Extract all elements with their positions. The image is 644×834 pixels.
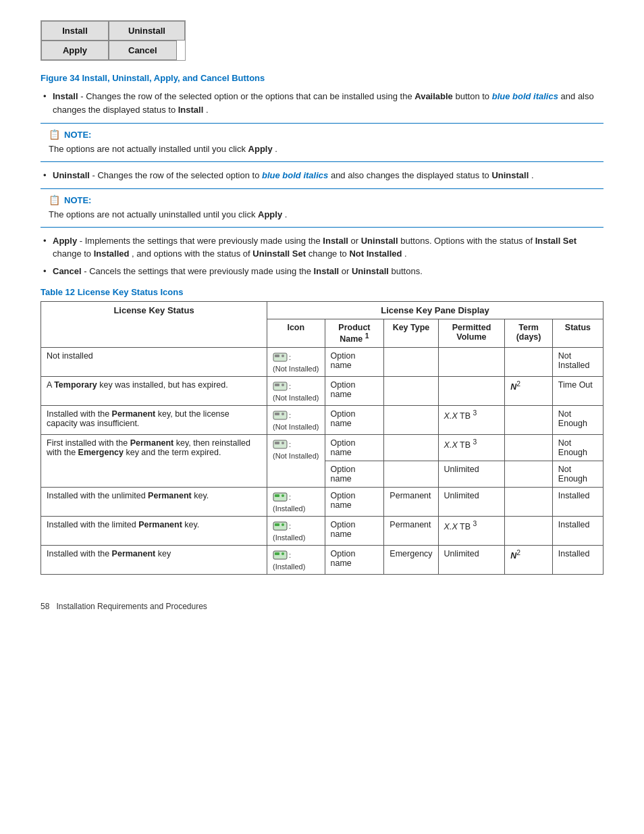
row4b-status: Not Enough bbox=[552, 461, 603, 488]
row6-volume: X.X TB 3 bbox=[438, 517, 505, 546]
svg-rect-4 bbox=[275, 384, 279, 386]
sub-header-keytype: Key Type bbox=[384, 319, 438, 348]
row2-icon: : (Not Installed) bbox=[267, 377, 325, 406]
row4b-keytype bbox=[384, 461, 438, 488]
row5-term bbox=[505, 488, 553, 517]
row7-icon: : (Installed) bbox=[267, 546, 325, 575]
install-text4: . bbox=[206, 105, 209, 115]
row3-product: Option name bbox=[325, 406, 384, 435]
install-button[interactable]: Install bbox=[41, 21, 109, 41]
row1-term bbox=[505, 348, 553, 377]
apply-text7: . bbox=[404, 249, 407, 259]
apply-install-ref: Install bbox=[323, 236, 348, 246]
row6-term bbox=[505, 517, 553, 546]
svg-point-20 bbox=[281, 552, 284, 555]
blue-bold-italics-1: blue bold italics bbox=[492, 91, 558, 101]
note-apply-bold-2: Apply bbox=[258, 209, 282, 219]
apply-label: Apply bbox=[53, 236, 77, 246]
row5-icon: : (Installed) bbox=[267, 488, 325, 517]
blue-bold-italics-2: blue bold italics bbox=[262, 170, 328, 180]
svg-point-8 bbox=[281, 413, 284, 415]
key-icon-2 bbox=[273, 380, 288, 392]
uninstall-button[interactable]: Uninstall bbox=[109, 21, 185, 41]
key-icon-4 bbox=[273, 438, 288, 450]
row5-keytype: Permanent bbox=[384, 488, 438, 517]
svg-point-14 bbox=[281, 494, 284, 497]
row5-status: Installed bbox=[552, 488, 603, 517]
note-header-1: 📋 NOTE: bbox=[49, 129, 595, 140]
row7-status: Installed bbox=[552, 546, 603, 575]
svg-rect-13 bbox=[275, 494, 279, 497]
col-header-pane: License Key Pane Display bbox=[267, 302, 603, 319]
row1-status-desc: Not installed bbox=[41, 348, 267, 377]
key-icon-3 bbox=[273, 409, 288, 421]
note-icon-2: 📋 bbox=[49, 194, 60, 205]
apply-button[interactable]: Apply bbox=[41, 41, 109, 60]
key-icon-6 bbox=[273, 520, 288, 532]
row4-status-desc: First installed with the Permanent key, … bbox=[41, 435, 267, 488]
note-label-2: NOTE: bbox=[64, 195, 91, 205]
row7-status-desc: Installed with the Permanent key bbox=[41, 546, 267, 575]
row2-product: Option name bbox=[325, 377, 384, 406]
row1-keytype bbox=[384, 348, 438, 377]
table-row: Installed with the Permanent key, but th… bbox=[41, 406, 603, 435]
note-text-2: The options are not actually uninstalled… bbox=[49, 208, 595, 221]
table-row: First installed with the Permanent key, … bbox=[41, 435, 603, 461]
apply-text4: change to bbox=[53, 249, 94, 259]
apply-cancel-list: Apply - Implements the settings that wer… bbox=[41, 234, 603, 278]
key-icon-7 bbox=[273, 549, 288, 561]
note-text-1: The options are not actually installed u… bbox=[49, 142, 595, 156]
sub-header-volume: Permitted Volume bbox=[438, 319, 505, 348]
svg-point-2 bbox=[281, 355, 284, 357]
svg-rect-19 bbox=[275, 552, 279, 555]
row1-status: Not Installed bbox=[552, 348, 603, 377]
install-label: Install bbox=[53, 91, 78, 101]
install-status-label: Install bbox=[178, 105, 204, 115]
row1-volume bbox=[438, 348, 505, 377]
row2-status-desc: A Temporary key was installed, but has e… bbox=[41, 377, 267, 406]
row4a-keytype bbox=[384, 435, 438, 461]
cancel-description: Cancel - Cancels the settings that were … bbox=[41, 265, 603, 278]
row2-status: Time Out bbox=[552, 377, 603, 406]
note-icon-1: 📋 bbox=[49, 129, 60, 140]
row4b-product: Option name bbox=[325, 461, 384, 488]
row4-icon: : (Not Installed) bbox=[267, 435, 325, 488]
row4b-volume: Unlimited bbox=[438, 461, 505, 488]
sub-header-status: Status bbox=[552, 319, 603, 348]
install-text2: button to bbox=[455, 91, 491, 101]
page-footer: 58 Installation Requirements and Procedu… bbox=[41, 602, 603, 611]
row6-keytype: Permanent bbox=[384, 517, 438, 546]
apply-text5: , and options with the status of bbox=[132, 249, 252, 259]
sub-header-product: Product Name 1 bbox=[325, 319, 384, 348]
svg-rect-16 bbox=[275, 523, 279, 526]
row1-product: Option name bbox=[325, 348, 384, 377]
key-icon-5 bbox=[273, 491, 288, 503]
table-row: Not installed : (Not Installed) Option n… bbox=[41, 348, 603, 377]
row2-volume bbox=[438, 377, 505, 406]
uninstall-description: Uninstall - Changes the row of the selec… bbox=[41, 169, 603, 182]
row4b-term bbox=[505, 461, 553, 488]
row3-icon: : (Not Installed) bbox=[267, 406, 325, 435]
svg-rect-10 bbox=[275, 442, 279, 444]
svg-rect-7 bbox=[275, 413, 279, 415]
uninstall-status-label: Uninstall bbox=[491, 170, 529, 180]
row2-keytype bbox=[384, 377, 438, 406]
cancel-label: Cancel bbox=[53, 266, 82, 276]
cancel-button[interactable]: Cancel bbox=[109, 41, 177, 60]
row4a-product: Option name bbox=[325, 435, 384, 461]
table-row: Installed with the limited Permanent key… bbox=[41, 517, 603, 546]
row7-keytype: Emergency bbox=[384, 546, 438, 575]
row5-status-desc: Installed with the unlimited Permanent k… bbox=[41, 488, 267, 517]
figure-caption: Figure 34 Install, Uninstall, Apply, and… bbox=[41, 73, 603, 83]
row7-product: Option name bbox=[325, 546, 384, 575]
row6-product: Option name bbox=[325, 517, 384, 546]
svg-rect-1 bbox=[275, 355, 279, 357]
status-table: License Key Status License Key Pane Disp… bbox=[41, 301, 603, 575]
cancel-text3: buttons. bbox=[392, 266, 423, 276]
note-label-1: NOTE: bbox=[64, 130, 91, 140]
key-icon-1 bbox=[273, 351, 288, 363]
row7-term: N2 bbox=[505, 546, 553, 575]
available-label: Available bbox=[414, 91, 453, 101]
apply-text3: buttons. Options with the status of bbox=[400, 236, 535, 246]
note-apply-bold-1: Apply bbox=[248, 144, 273, 154]
